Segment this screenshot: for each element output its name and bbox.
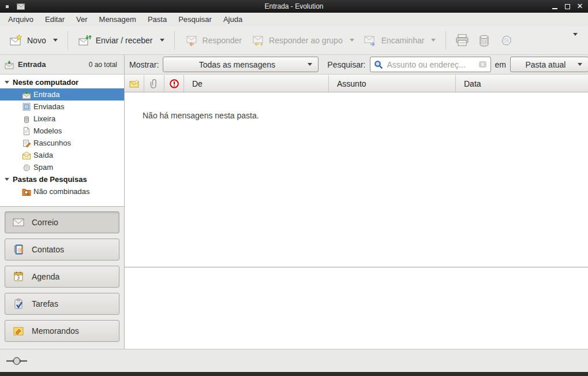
folder-entrada[interactable]: Entrada	[0, 88, 124, 100]
folder-label: Lixeira	[33, 114, 55, 123]
show-filter-value: Todas as mensagens	[169, 60, 305, 69]
maximize-button[interactable]	[564, 3, 571, 10]
forward-button[interactable]: Encaminhar	[359, 31, 441, 50]
switcher-label: Tarefas	[32, 299, 58, 308]
message-list-header: De Assunto Data	[125, 75, 588, 92]
section-label: Neste computador	[13, 78, 78, 87]
column-assunto[interactable]: Assunto	[329, 75, 456, 92]
folder-label: Saída	[33, 151, 53, 159]
sidebar: Neste computador Entrada Enviadas	[0, 75, 125, 349]
overflow-chevron-icon	[573, 33, 578, 44]
tasks-icon	[13, 298, 24, 310]
screen-edge-strip	[0, 372, 588, 376]
folder-nao-combinadas[interactable]: Não combinadas	[0, 185, 124, 198]
paperclip-icon	[150, 79, 158, 89]
new-button-label: Novo	[27, 36, 46, 45]
column-status[interactable]	[125, 75, 144, 92]
toolbar-separator	[174, 31, 175, 50]
show-filter-dropdown[interactable]: Todas as mensagens	[163, 57, 319, 72]
menu-ajuda[interactable]: Ajuda	[218, 13, 248, 25]
folder-label: Spam	[33, 163, 53, 172]
show-filter-chevron-icon	[308, 63, 312, 66]
expander-icon[interactable]	[5, 81, 9, 84]
new-button[interactable]: Novo	[5, 31, 62, 50]
clear-search-icon[interactable]	[478, 60, 487, 69]
menu-pasta[interactable]: Pasta	[142, 13, 173, 25]
filterbar: Entrada 0 ao total Mostrar: Todas as men…	[0, 55, 588, 75]
search-scope-value: Pasta atual	[516, 60, 575, 69]
new-message-icon	[9, 33, 23, 47]
svg-text:@: @	[17, 247, 22, 252]
folder-lixeira[interactable]: Lixeira	[0, 113, 124, 125]
column-de[interactable]: De	[184, 75, 329, 92]
spam-icon	[22, 163, 31, 172]
reply-group-dropdown-icon[interactable]	[350, 39, 354, 42]
window-icon	[17, 3, 25, 10]
folder-message-count: 0 ao total	[89, 61, 119, 69]
folder-label: Modelos	[33, 126, 62, 135]
send-receive-button[interactable]: Enviar / receber	[73, 31, 169, 50]
column-data[interactable]: Data	[456, 75, 588, 92]
message-list-body[interactable]: Não há mensagens nesta pasta.	[125, 92, 588, 267]
document-icon	[22, 126, 31, 136]
trash-icon	[477, 33, 492, 48]
reply-icon	[185, 33, 199, 47]
reply-button[interactable]: Responder	[180, 31, 247, 50]
new-dropdown-icon[interactable]	[53, 39, 58, 42]
menu-mensagem[interactable]: Mensagem	[93, 13, 142, 25]
switcher-memorandos[interactable]: Memorandos	[5, 320, 119, 342]
empty-folder-message: Não há mensagens nesta pasta.	[143, 111, 588, 120]
close-button[interactable]: ✕	[576, 3, 583, 10]
minimize-button[interactable]	[551, 3, 558, 10]
switcher-label: Contatos	[32, 245, 64, 254]
folder-saida[interactable]: Saída	[0, 149, 124, 161]
online-status-button[interactable]	[6, 356, 29, 366]
switcher-correio[interactable]: Correio	[5, 211, 119, 233]
folder-enviadas[interactable]: Enviadas	[0, 100, 124, 113]
trash-icon	[22, 114, 31, 124]
svg-text:3: 3	[17, 276, 20, 281]
folder-label: Rascunhos	[33, 139, 71, 147]
in-label: em	[495, 60, 506, 69]
reply-group-icon	[251, 33, 265, 47]
switcher-contatos[interactable]: @ Contatos	[5, 239, 119, 260]
tree-section-pastas-de-pesquisas[interactable]: Pastas de Pesquisas	[0, 173, 124, 185]
menubar: Arquivo Editar Ver Mensagem Pasta Pesqui…	[0, 13, 588, 26]
switcher-label: Agenda	[32, 272, 59, 281]
switcher-agenda[interactable]: 3 Agenda	[5, 266, 119, 288]
search-box[interactable]	[370, 57, 491, 72]
forward-dropdown-icon[interactable]	[431, 39, 436, 42]
section-label: Pastas de Pesquisas	[13, 175, 87, 184]
outbox-icon	[22, 151, 31, 160]
expander-icon[interactable]	[5, 178, 9, 181]
switcher-tarefas[interactable]: Tarefas	[5, 293, 119, 315]
print-button[interactable]	[451, 30, 473, 51]
junk-button[interactable]	[495, 30, 517, 51]
switcher-label: Correio	[32, 218, 58, 227]
reply-group-button[interactable]: Responder ao grupo	[246, 31, 359, 50]
search-scope-dropdown[interactable]: Pasta atual	[510, 57, 588, 72]
folder-modelos[interactable]: Modelos	[0, 125, 124, 137]
search-input[interactable]	[386, 59, 475, 70]
send-receive-dropdown-icon[interactable]	[160, 39, 164, 42]
sent-icon	[22, 102, 31, 111]
tree-section-neste-computador[interactable]: Neste computador	[0, 76, 124, 88]
contacts-icon: @	[13, 244, 24, 255]
inbox-icon	[22, 90, 31, 99]
send-receive-label: Enviar / receber	[96, 36, 153, 45]
menu-editar[interactable]: Editar	[39, 13, 70, 25]
folder-label: Entrada	[33, 90, 60, 99]
menu-ver[interactable]: Ver	[70, 13, 93, 25]
menu-pesquisar[interactable]: Pesquisar	[173, 13, 218, 25]
folder-spam[interactable]: Spam	[0, 161, 124, 173]
show-label: Mostrar:	[129, 60, 159, 69]
search-icon	[374, 60, 383, 69]
toolbar-overflow-button[interactable]	[570, 36, 583, 44]
column-priority[interactable]	[164, 75, 184, 92]
toolbar-separator	[68, 31, 68, 50]
column-attachment[interactable]	[144, 75, 164, 92]
folder-rascunhos[interactable]: Rascunhos	[0, 137, 124, 149]
menu-arquivo[interactable]: Arquivo	[2, 13, 39, 25]
toolbar-separator	[445, 31, 446, 50]
delete-button[interactable]	[473, 30, 495, 51]
